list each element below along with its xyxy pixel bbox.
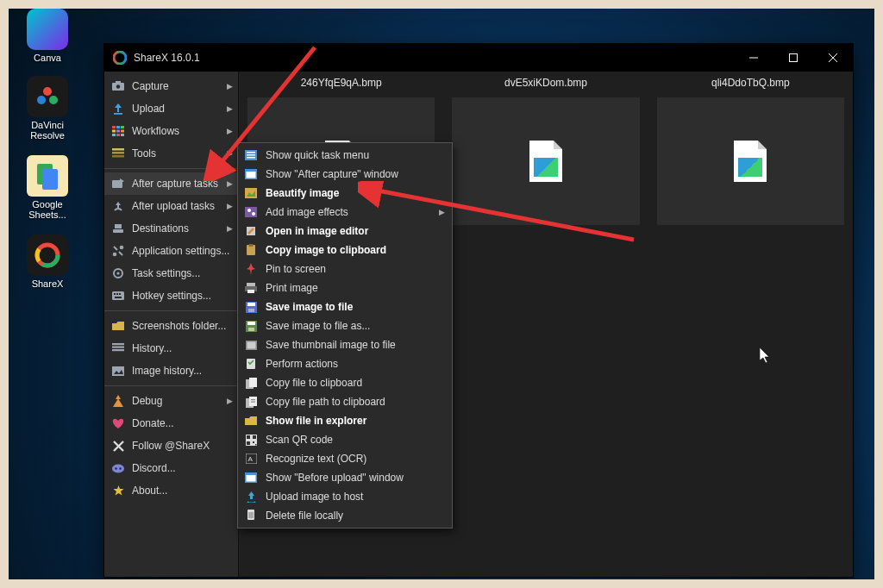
sidebar-item-debug[interactable]: Debug▶	[104, 390, 238, 412]
svg-rect-53	[247, 172, 256, 178]
menu-item-saveas[interactable]: Save image to file as...	[238, 316, 452, 335]
svg-rect-78	[251, 401, 255, 402]
menu-item-label: Scan QR code	[266, 434, 333, 446]
svg-point-56	[247, 209, 251, 212]
svg-rect-36	[112, 291, 124, 300]
file-card[interactable]: dvE5xiKDom.bmp	[452, 72, 639, 225]
svg-rect-42	[112, 347, 124, 348]
sidebar-item-workflows[interactable]: Workflows▶	[104, 120, 238, 142]
menu-item-delete[interactable]: Delete file locally	[238, 506, 452, 525]
menu-item-window[interactable]: Show "After capture" window	[238, 165, 452, 184]
folder-icon	[111, 319, 125, 333]
sidebar-item-label: Capture	[132, 80, 169, 92]
sidebar-item-upload[interactable]: Upload▶	[104, 97, 238, 120]
sidebar-item-destinations[interactable]: Destinations▶	[104, 217, 238, 240]
menu-item-thumb[interactable]: Save thumbnail image to file	[238, 335, 452, 354]
file-thumbnail	[452, 97, 639, 225]
sidebar-item-tools[interactable]: Tools▶	[104, 142, 238, 165]
menu-item-actions[interactable]: Perform actions	[238, 354, 452, 373]
menu-item-pin[interactable]: Pin to screen	[238, 260, 452, 278]
svg-rect-10	[790, 54, 798, 62]
chevron-right-icon: ▶	[227, 224, 233, 233]
explorer-icon	[243, 414, 259, 428]
sidebar-item-after-upload[interactable]: After upload tasks▶	[104, 195, 238, 217]
sidebar-item-task-settings[interactable]: Task settings...	[104, 262, 238, 285]
menu-item-label: Show "Before upload" window	[266, 472, 404, 484]
minimize-button[interactable]	[734, 44, 773, 72]
sidebar-item-img-history[interactable]: Image history...	[104, 360, 238, 382]
actions-icon	[243, 357, 259, 371]
sidebar-item-discord[interactable]: Discord...	[104, 457, 238, 479]
menu-item-qr[interactable]: Scan QR code	[238, 430, 452, 449]
svg-rect-51	[247, 157, 255, 159]
sidebar-item-donate[interactable]: Donate...	[104, 412, 238, 435]
sharex-logo-icon	[113, 51, 127, 65]
svg-point-57	[252, 212, 255, 216]
window-title: ShareX 16.0.1	[134, 52, 734, 64]
about-icon	[111, 484, 125, 497]
window-icon	[243, 167, 259, 181]
maximize-icon	[789, 53, 798, 62]
thumb-icon	[243, 338, 259, 352]
desktop-icon-label: Canva	[17, 53, 78, 63]
menu-item-clipboard[interactable]: Copy image to clipboard	[238, 241, 452, 260]
menu-item-before[interactable]: Show "Before upload" window	[238, 468, 452, 487]
menu-item-copyfile[interactable]: Copy file to clipboard	[238, 373, 452, 392]
file-card[interactable]: qli4DdoTbQ.bmp	[657, 72, 844, 225]
menu-item-copypath[interactable]: Copy file path to clipboard	[238, 392, 452, 411]
desktop-icon-label: DaVinci Resolve	[17, 120, 78, 141]
sidebar-item-folder[interactable]: Screenshots folder...	[104, 315, 238, 337]
sidebar-item-about[interactable]: About...	[104, 479, 238, 502]
svg-rect-66	[248, 309, 254, 312]
svg-point-32	[120, 246, 124, 250]
file-thumbnail	[657, 97, 844, 225]
desktop-icon-sharex[interactable]: ShareX	[17, 235, 78, 289]
svg-rect-44	[112, 366, 124, 376]
print-icon	[243, 281, 259, 295]
maximize-button[interactable]	[773, 44, 813, 72]
svg-rect-92	[253, 512, 254, 518]
editor-icon	[243, 224, 259, 238]
sidebar-item-label: Screenshots folder...	[132, 320, 226, 332]
menu-item-label: Save thumbnail image to file	[266, 339, 396, 351]
sidebar-separator	[104, 168, 238, 169]
menu-item-uploadhost[interactable]: Upload image to host	[238, 487, 452, 506]
sidebar-item-follow[interactable]: Follow @ShareX	[104, 435, 238, 457]
close-button[interactable]	[813, 44, 853, 72]
menu-item-label: Print image	[266, 282, 318, 294]
desktop-icon-gsheets[interactable]: Google Sheets...	[17, 155, 78, 220]
sidebar-item-label: Discord...	[132, 462, 176, 474]
sidebar-item-camera[interactable]: Capture▶	[104, 75, 238, 97]
svg-rect-19	[121, 126, 124, 128]
svg-rect-90	[249, 512, 250, 518]
bmp-file-icon	[734, 141, 767, 182]
sidebar-item-hotkey-settings[interactable]: Hotkey settings...	[104, 285, 238, 307]
chevron-right-icon: ▶	[227, 202, 233, 210]
sidebar-item-app-settings[interactable]: Application settings...	[104, 240, 238, 262]
menu-item-label: Perform actions	[266, 358, 338, 370]
svg-rect-50	[247, 154, 255, 156]
menu-item-editor[interactable]: Open in image editor	[238, 222, 452, 241]
menu-item-menu[interactable]: Show quick task menu	[238, 146, 452, 165]
menu-item-effects[interactable]: Add image effects▶	[238, 203, 452, 222]
svg-rect-65	[247, 303, 255, 306]
menu-item-save[interactable]: Save image to file	[238, 297, 452, 316]
desktop-icon-davinci[interactable]: DaVinci Resolve	[17, 76, 78, 141]
sharex-icon	[27, 235, 68, 276]
destinations-icon	[111, 222, 125, 235]
menu-item-print[interactable]: Print image	[238, 278, 452, 297]
before-icon	[243, 471, 259, 485]
svg-point-46	[115, 467, 116, 469]
menu-item-explorer[interactable]: Show file in explorer	[238, 411, 452, 430]
sidebar-item-history[interactable]: History...	[104, 337, 238, 360]
sidebar-item-label: Upload	[132, 103, 165, 115]
sidebar-item-label: Destinations	[132, 222, 189, 235]
menu-item-label: Pin to screen	[266, 263, 326, 275]
menu-item-beautify[interactable]: Beautify image	[238, 184, 452, 203]
titlebar[interactable]: ShareX 16.0.1	[104, 44, 853, 72]
file-name-label: 246YfqE9qA.bmp	[247, 72, 435, 97]
menu-item-ocr[interactable]: ARecognize text (OCR)	[238, 449, 452, 468]
desktop-icon-canva[interactable]: Canva	[17, 9, 78, 63]
sidebar-item-after-capture[interactable]: After capture tasks▶	[104, 172, 238, 195]
save-icon	[243, 300, 259, 314]
